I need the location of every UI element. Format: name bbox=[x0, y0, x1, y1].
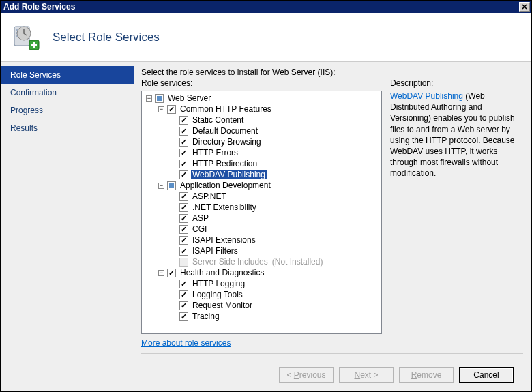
wizard-body: Role Services Confirmation Progress Resu… bbox=[1, 62, 531, 391]
tree-node[interactable]: −Common HTTP Features bbox=[142, 104, 381, 115]
tree-node[interactable]: Directory Browsing bbox=[142, 136, 381, 147]
expander-spacer bbox=[171, 205, 177, 211]
tree-checkbox[interactable] bbox=[179, 214, 188, 223]
tree-node[interactable]: ISAPI Filters bbox=[142, 245, 381, 256]
tree-checkbox[interactable] bbox=[179, 225, 188, 234]
tree-node[interactable]: Tracing bbox=[142, 311, 381, 322]
tree-checkbox[interactable] bbox=[179, 290, 188, 299]
tree-node-label[interactable]: Static Content bbox=[191, 115, 245, 125]
expander-spacer bbox=[171, 150, 177, 156]
tree-node-label[interactable]: Logging Tools bbox=[191, 290, 244, 299]
tree-checkbox[interactable] bbox=[179, 312, 188, 321]
previous-button[interactable]: < Previous bbox=[279, 367, 334, 383]
tree-node-label[interactable]: ASP.NET bbox=[191, 192, 228, 201]
tree-checkbox[interactable] bbox=[179, 203, 188, 212]
tree-checkbox[interactable] bbox=[179, 149, 188, 157]
not-installed-hint: (Not Installed) bbox=[272, 257, 323, 267]
separator bbox=[141, 353, 523, 354]
step-role-services[interactable]: Role Services bbox=[1, 66, 134, 84]
tree-checkbox[interactable] bbox=[179, 247, 188, 256]
expander-spacer bbox=[171, 194, 177, 200]
tree-checkbox[interactable] bbox=[179, 236, 188, 245]
tree-node[interactable]: HTTP Redirection bbox=[142, 158, 381, 169]
tree-node-label[interactable]: WebDAV Publishing bbox=[191, 170, 267, 179]
tree-checkbox[interactable] bbox=[179, 280, 188, 288]
server-wizard-icon bbox=[12, 22, 42, 52]
more-about-link[interactable]: More about role services bbox=[141, 338, 382, 348]
tree-node-label[interactable]: Web Server bbox=[166, 93, 212, 103]
tree-node[interactable]: Request Monitor bbox=[142, 300, 381, 311]
description-link[interactable]: WebDAV Publishing bbox=[390, 91, 463, 101]
tree-node[interactable]: Logging Tools bbox=[142, 289, 381, 300]
tree-node-label[interactable]: ISAPI Extensions bbox=[191, 235, 257, 245]
tree-checkbox[interactable] bbox=[179, 138, 188, 147]
tree-node[interactable]: −Web Server bbox=[142, 93, 381, 104]
tree-node[interactable]: WebDAV Publishing bbox=[142, 169, 381, 180]
tree-checkbox[interactable] bbox=[179, 160, 188, 168]
tree-checkbox[interactable] bbox=[179, 116, 188, 125]
tree-checkbox[interactable] bbox=[167, 269, 176, 277]
expander-spacer bbox=[171, 303, 177, 309]
remove-button[interactable]: Remove bbox=[399, 367, 454, 383]
tree-node[interactable]: Default Document bbox=[142, 125, 381, 136]
tree-checkbox[interactable] bbox=[167, 181, 176, 190]
step-progress[interactable]: Progress bbox=[1, 102, 134, 119]
tree-node-label[interactable]: Default Document bbox=[191, 126, 259, 136]
wizard-header: Select Role Services bbox=[1, 13, 531, 62]
cancel-button[interactable]: Cancel bbox=[459, 367, 514, 383]
steps-sidebar: Role Services Confirmation Progress Resu… bbox=[1, 62, 134, 391]
tree-node-label[interactable]: HTTP Logging bbox=[191, 279, 246, 288]
tree-node-label[interactable]: .NET Extensibility bbox=[191, 202, 258, 212]
tree-node-label[interactable]: HTTP Redirection bbox=[191, 159, 258, 168]
expander-spacer bbox=[171, 292, 177, 298]
description-text: WebDAV Publishing (Web Distributed Autho… bbox=[390, 91, 523, 179]
tree-node-label[interactable]: CGI bbox=[191, 224, 208, 234]
tree-node[interactable]: .NET Extensibility bbox=[142, 202, 381, 213]
tree-node[interactable]: −Application Development bbox=[142, 180, 381, 191]
step-confirmation[interactable]: Confirmation bbox=[1, 84, 134, 102]
tree-label: Role services: bbox=[141, 78, 382, 88]
tree-checkbox[interactable] bbox=[179, 170, 188, 179]
tree-node-label[interactable]: HTTP Errors bbox=[191, 148, 239, 157]
tree-node[interactable]: HTTP Logging bbox=[142, 278, 381, 289]
step-results[interactable]: Results bbox=[1, 119, 134, 137]
expander-spacer bbox=[171, 259, 177, 265]
tree-node[interactable]: ISAPI Extensions bbox=[142, 235, 381, 245]
expander-spacer bbox=[171, 117, 177, 123]
tree-node[interactable]: Server Side Includes(Not Installed) bbox=[142, 256, 381, 267]
tree-checkbox[interactable] bbox=[155, 94, 164, 103]
tree-checkbox[interactable] bbox=[179, 127, 188, 136]
close-button[interactable] bbox=[519, 2, 530, 12]
tree-checkbox[interactable] bbox=[167, 105, 176, 114]
tree-node-label[interactable]: Application Development bbox=[179, 181, 272, 190]
tree-node-label[interactable]: Tracing bbox=[191, 312, 221, 321]
expander-spacer bbox=[171, 314, 177, 320]
tree-checkbox[interactable] bbox=[179, 301, 188, 310]
collapse-icon[interactable]: − bbox=[146, 95, 152, 102]
collapse-icon[interactable]: − bbox=[158, 270, 164, 276]
collapse-icon[interactable]: − bbox=[158, 106, 164, 112]
tree-node[interactable]: ASP.NET bbox=[142, 191, 381, 202]
tree-node[interactable]: Static Content bbox=[142, 115, 381, 125]
tree-node-label[interactable]: ASP bbox=[191, 213, 210, 223]
tree-node[interactable]: −Health and Diagnostics bbox=[142, 267, 381, 278]
window-title: Add Role Services bbox=[3, 2, 519, 12]
next-button[interactable]: Next > bbox=[339, 367, 394, 383]
tree-node[interactable]: CGI bbox=[142, 224, 381, 235]
tree-node-label[interactable]: ISAPI Filters bbox=[191, 246, 239, 256]
expander-spacer bbox=[171, 226, 177, 232]
tree-node-label[interactable]: Common HTTP Features bbox=[179, 104, 273, 114]
tree-node[interactable]: HTTP Errors bbox=[142, 147, 381, 158]
tree-node-label[interactable]: Request Monitor bbox=[191, 301, 254, 310]
role-services-tree[interactable]: −Web Server−Common HTTP FeaturesStatic C… bbox=[141, 91, 382, 334]
expander-spacer bbox=[171, 281, 177, 287]
tree-node-label[interactable]: Directory Browsing bbox=[191, 137, 263, 147]
collapse-icon[interactable]: − bbox=[158, 183, 164, 189]
tree-checkbox bbox=[179, 258, 188, 267]
description-body: (Web Distributed Authoring and Versionin… bbox=[390, 91, 515, 178]
tree-node-label[interactable]: Server Side Includes bbox=[191, 257, 269, 267]
tree-checkbox[interactable] bbox=[179, 192, 188, 201]
expander-spacer bbox=[171, 139, 177, 145]
tree-node[interactable]: ASP bbox=[142, 213, 381, 224]
tree-node-label[interactable]: Health and Diagnostics bbox=[179, 268, 265, 277]
